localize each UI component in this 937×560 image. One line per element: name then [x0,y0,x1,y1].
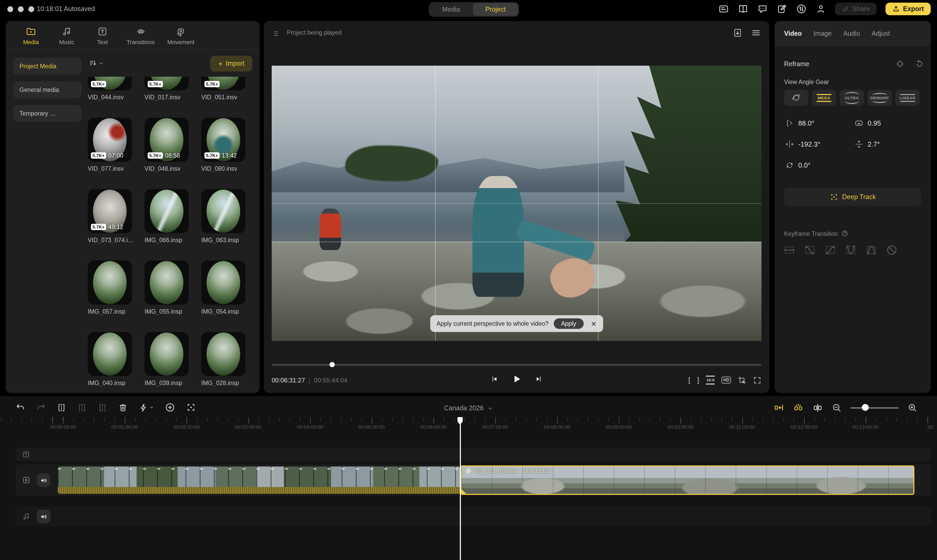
media-item[interactable]: IMG_054.insp [201,260,250,332]
add-media-button[interactable] [165,402,175,412]
quality-button[interactable]: HD [722,377,731,383]
import-button[interactable]: + Import [211,56,252,71]
tab-text[interactable]: Text [91,26,114,45]
media-item[interactable]: 5.7K+08:58VID_048.insv [145,118,193,189]
playhead[interactable] [460,417,461,560]
feedback-icon[interactable] [757,4,768,14]
tab-media[interactable]: Media [20,26,43,45]
collection-general-media[interactable]: General media [13,82,82,98]
media-item[interactable]: 5.7K+VID_051.insv [201,77,250,118]
playlist-icon[interactable] [273,30,280,37]
music-track[interactable] [16,507,931,526]
media-item[interactable]: 5.7K+49:12VID_073_074.insv [88,189,136,260]
account-icon[interactable] [815,4,826,14]
media-grid-viewport[interactable]: 5.7K+VID_044.insv 5.7K+VID_017.insv 5.7K… [88,77,258,393]
next-frame-button[interactable] [535,375,542,383]
media-item[interactable]: 5.7K+13:42VID_080.insv [201,118,250,189]
mark-out-button[interactable]: ] [697,376,699,384]
snap-button[interactable] [793,402,803,413]
distortion-field[interactable]: 0.95 [854,119,881,128]
apply-button[interactable]: Apply [554,318,584,329]
pan-field[interactable]: -192.3° [785,140,820,149]
guide-book-icon[interactable] [738,4,748,14]
undo-button[interactable] [16,403,25,412]
gear-dewarp-button[interactable]: DEWARP [868,90,892,106]
collection-temporary[interactable]: Temporary … [13,105,82,122]
share-button[interactable]: Share [835,3,877,15]
tab-media-manager[interactable]: Media [430,3,473,16]
timeline-clips-group[interactable] [58,466,460,494]
media-item[interactable]: 5.7K+07:00VID_077.insv [88,118,136,189]
seek-track[interactable] [272,364,761,366]
roll-field[interactable]: 0.0° [785,161,811,170]
previous-frame-button[interactable] [490,375,498,383]
selected-clip[interactable]: VID_073_074.insv 00:49:12:07 [460,465,914,495]
media-item[interactable]: IMG_028.insp [201,332,250,393]
delete-button[interactable] [118,403,128,412]
curve-valley-button[interactable] [845,244,857,256]
keyframe-diamond-icon[interactable] [896,60,904,68]
split-clip-button[interactable] [57,403,66,412]
split-view-button[interactable] [812,402,823,413]
video-track-mute-button[interactable] [37,473,51,487]
media-item[interactable]: 5.7K+VID_044.insv [88,77,136,118]
seek-bar[interactable] [272,362,761,367]
close-icon[interactable]: ✕ [589,320,599,328]
media-item[interactable]: IMG_057.insp [88,260,136,332]
timeline-ruler[interactable]: 00:00:00:00 00:01:00:00 00:02:00:00 00:0… [0,417,937,432]
gear-mega-button[interactable]: MEGA [812,90,836,106]
curve-peak-button[interactable] [865,244,878,256]
gear-linear-button[interactable]: LINEAR [895,90,920,106]
curve-ease-out-button[interactable] [803,244,816,256]
window-close-button[interactable] [7,6,13,12]
tab-music[interactable]: Music [55,26,78,45]
help-icon[interactable] [841,230,848,237]
media-item[interactable]: IMG_039.insp [145,332,193,393]
tab-movement[interactable]: Movement [167,26,194,45]
reset-icon[interactable] [915,60,923,68]
playhead-handle[interactable] [457,417,464,426]
zoom-slider-knob[interactable] [862,404,869,411]
curve-ease-in-button[interactable] [824,244,837,256]
media-item[interactable]: IMG_063.insp [201,189,250,260]
zoom-in-button[interactable] [908,403,917,412]
tab-audio[interactable]: Audio [843,30,860,37]
tab-adjust[interactable]: Adjust [872,30,890,37]
project-selector[interactable]: Canada 2026 [444,405,493,412]
mark-in-button[interactable]: [ [689,376,690,384]
aspect-ratio-button[interactable]: 16:9 [706,375,715,385]
transfer-icon[interactable] [796,4,807,14]
fov-field[interactable]: 88.0° [785,119,814,128]
window-zoom-button[interactable] [28,6,34,12]
tracking-button[interactable] [186,402,196,412]
media-item[interactable]: IMG_066.insp [145,189,193,260]
curve-hold-button[interactable] [783,244,796,256]
gear-tiny-planet-button[interactable] [784,90,808,106]
media-item[interactable]: 5.7K+VID_017.insv [145,77,193,118]
trim-left-button[interactable] [77,403,87,412]
sort-button[interactable] [89,59,103,67]
export-button[interactable]: Export [886,3,931,15]
media-item[interactable]: IMG_055.insp [145,260,193,332]
tab-transitions[interactable]: Transitions [126,26,155,45]
tab-image[interactable]: Image [814,30,832,37]
collection-project-media[interactable]: Project Media [13,58,82,75]
effects-menu-button[interactable] [139,403,154,412]
play-button[interactable] [511,374,522,385]
jump-to-playhead-button[interactable] [774,402,784,413]
fullscreen-icon[interactable] [753,376,761,384]
frame-export-icon[interactable] [732,28,743,38]
trim-right-button[interactable] [98,403,107,412]
notes-icon[interactable] [777,4,787,14]
deep-track-button[interactable]: Deep Track [784,188,921,206]
text-track[interactable] [16,448,931,461]
tab-project[interactable]: Project [473,3,518,16]
timeline-zoom-slider[interactable] [850,404,898,411]
curve-none-button[interactable] [886,244,898,256]
redo-button[interactable] [36,403,46,412]
tilt-field[interactable]: 2.7° [854,140,880,149]
music-track-mute-button[interactable] [37,509,51,523]
preview-video[interactable]: Apply current perspective to whole video… [272,66,761,341]
zoom-out-button[interactable] [832,403,841,412]
gear-ultra-button[interactable]: ULTRA [840,90,864,106]
